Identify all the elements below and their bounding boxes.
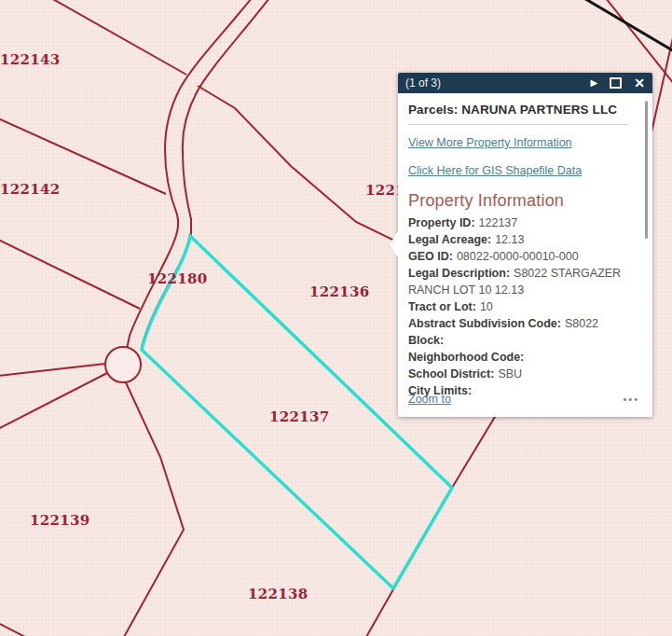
- field-school-district: School District:SBU: [408, 366, 628, 382]
- divider: [408, 124, 628, 125]
- field-block: Block:: [408, 332, 628, 349]
- x-icon: ✕: [634, 76, 645, 90]
- popup-header: (1 of 3) ▶ ✕: [398, 73, 652, 93]
- popup-pager: (1 of 3): [405, 76, 441, 90]
- maximize-icon[interactable]: [610, 77, 622, 89]
- popup-footer: Zoom to •••: [408, 393, 639, 406]
- next-feature-icon[interactable]: ▶: [591, 78, 598, 88]
- field-legal-description: Legal Description:S8022 STARGAZER RANCH …: [408, 265, 628, 298]
- parcel-label: 122180: [147, 272, 207, 286]
- ellipsis-menu-icon[interactable]: •••: [623, 394, 639, 405]
- section-heading: Property Information: [408, 191, 628, 211]
- gis-shapefile-link[interactable]: Click Here for GIS Shapefile Data: [408, 164, 582, 177]
- field-geo-id: GEO ID:08022-0000-00010-000: [408, 248, 628, 265]
- parcel-label: 122143: [0, 53, 60, 67]
- field-abstract-subdivision-code: Abstract Subdivision Code:S8022: [408, 315, 628, 332]
- close-icon[interactable]: ✕: [634, 76, 645, 90]
- parcel-label: 122139: [30, 514, 89, 528]
- field-neighborhood-code: Neighborhood Code:: [408, 349, 628, 366]
- popup-scrollbar[interactable]: [645, 101, 648, 239]
- square-icon: [610, 77, 622, 89]
- popup-callout-arrow: [390, 231, 398, 257]
- field-property-id: Property ID:122137: [408, 214, 628, 231]
- zoom-to-link[interactable]: Zoom to: [408, 393, 451, 406]
- popup-title: Parcels: NARUNA PARTNERS LLC: [408, 103, 628, 117]
- triangle-right-icon: ▶: [591, 78, 598, 88]
- parcel-label: 122136: [309, 285, 369, 299]
- cul-de-sac-circle: [105, 347, 141, 382]
- field-tract-or-lot: Tract or Lot:10: [408, 298, 628, 315]
- parcel-label: 122137: [269, 410, 329, 424]
- parcel-label: 122138: [248, 588, 308, 601]
- view-more-property-info-link[interactable]: View More Property Information: [408, 136, 572, 149]
- feature-popup: (1 of 3) ▶ ✕ Parcels: NARUNA PARTNERS LL…: [398, 73, 652, 417]
- property-fields: Property ID:122137 Legal Acreage:12.13 G…: [408, 214, 628, 399]
- popup-body: Parcels: NARUNA PARTNERS LLC View More P…: [398, 93, 652, 417]
- field-legal-acreage: Legal Acreage:12.13: [408, 231, 628, 248]
- parcel-label: 122142: [0, 183, 60, 197]
- gis-map-viewer: 122143 122142 122180 12213 122136 122137…: [0, 0, 672, 636]
